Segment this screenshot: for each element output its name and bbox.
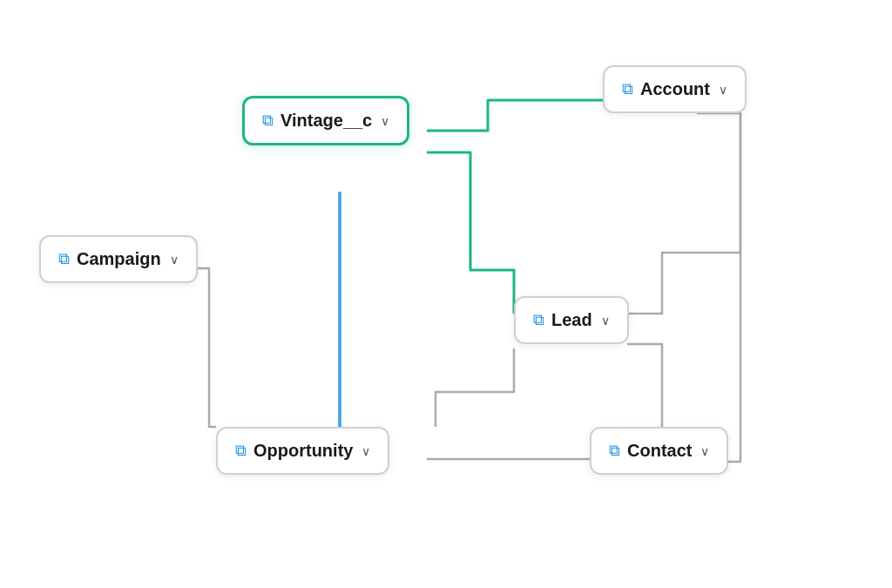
contact-node[interactable]: ⧉ Contact ∨ [590, 427, 728, 475]
campaign-label: Campaign [77, 249, 161, 269]
contact-external-icon: ⧉ [609, 442, 620, 460]
lead-node[interactable]: ⧉ Lead ∨ [514, 296, 629, 344]
contact-chevron-icon: ∨ [700, 444, 709, 458]
vintage-chevron-icon: ∨ [381, 114, 389, 128]
opportunity-label: Opportunity [253, 441, 353, 461]
vintage-node[interactable]: ⧉ Vintage__c ∨ [242, 96, 409, 145]
opportunity-node[interactable]: ⧉ Opportunity ∨ [216, 427, 389, 475]
opportunity-external-icon: ⧉ [235, 442, 247, 460]
account-chevron-icon: ∨ [719, 83, 727, 97]
connections-svg [0, 0, 892, 588]
opportunity-chevron-icon: ∨ [362, 444, 370, 458]
diagram-container: ⧉ Vintage__c ∨ ⧉ Account ∨ ⧉ Campaign ∨ … [0, 0, 892, 588]
vintage-label: Vintage__c [280, 111, 372, 131]
lead-label: Lead [551, 310, 592, 330]
campaign-external-icon: ⧉ [58, 250, 70, 268]
account-label: Account [640, 79, 710, 99]
lead-chevron-icon: ∨ [601, 314, 610, 328]
campaign-node[interactable]: ⧉ Campaign ∨ [39, 235, 198, 283]
lead-external-icon: ⧉ [533, 311, 544, 329]
account-node[interactable]: ⧉ Account ∨ [603, 65, 747, 113]
vintage-external-icon: ⧉ [262, 112, 274, 130]
account-external-icon: ⧉ [622, 80, 633, 98]
contact-label: Contact [627, 441, 692, 461]
campaign-chevron-icon: ∨ [170, 253, 179, 267]
